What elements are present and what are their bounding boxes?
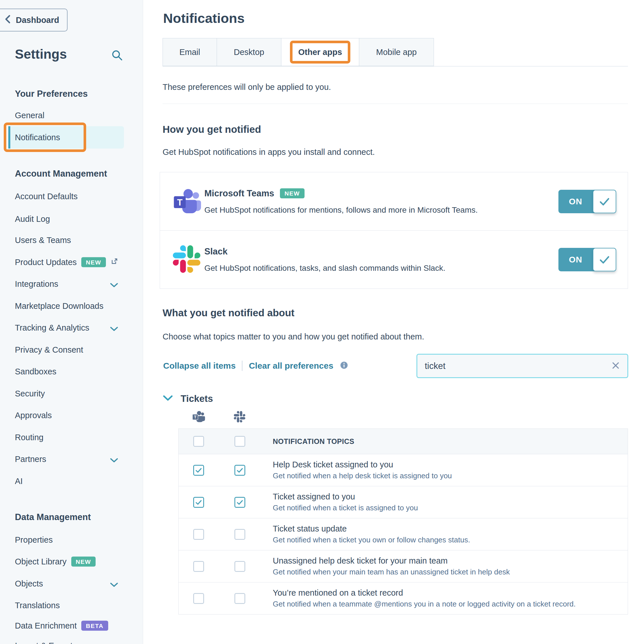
sidebar-item-notifications[interactable]: Notifications bbox=[15, 133, 129, 142]
sidebar-item-general[interactable]: General bbox=[15, 111, 129, 120]
slack-checkbox[interactable] bbox=[234, 593, 245, 604]
toggle-knob bbox=[593, 248, 616, 271]
topic-search bbox=[416, 354, 628, 378]
slack-toggle[interactable]: ON bbox=[558, 248, 616, 271]
topics-column-header: NOTIFICATION TOPICS bbox=[273, 437, 354, 446]
sidebar-item-users-teams[interactable]: Users & Teams bbox=[15, 236, 129, 245]
toggle-on-label: ON bbox=[558, 190, 593, 213]
table-row: Ticket assigned to you Get notified when… bbox=[179, 486, 628, 518]
topic-search-input[interactable] bbox=[416, 354, 628, 378]
table-row: You’re mentioned on a ticket record Get … bbox=[179, 582, 628, 614]
sidebar-item-translations[interactable]: Translations bbox=[15, 601, 129, 610]
clear-all-preferences-link[interactable]: Clear all preferences bbox=[249, 361, 333, 371]
sidebar-item-import-export[interactable]: Import & Export bbox=[15, 641, 129, 644]
info-icon[interactable] bbox=[340, 361, 348, 371]
how-section-title: How you get notified bbox=[163, 124, 261, 135]
slack-checkbox[interactable] bbox=[234, 529, 245, 540]
tab-desktop[interactable]: Desktop bbox=[217, 38, 281, 66]
slack-checkbox[interactable] bbox=[234, 497, 245, 508]
chevron-down-icon bbox=[110, 324, 118, 333]
sidebar-item-object-library[interactable]: Object Library NEW bbox=[15, 557, 129, 567]
tab-bar: Email Desktop Other apps Mobile app bbox=[163, 38, 628, 66]
app-name: Microsoft Teams bbox=[204, 188, 274, 199]
page-title: Notifications bbox=[163, 10, 245, 26]
tickets-group-header: Tickets bbox=[163, 392, 213, 406]
app-name: Slack bbox=[204, 246, 228, 257]
slack-checkbox[interactable] bbox=[234, 465, 245, 476]
sidebar-item-ai[interactable]: AI bbox=[15, 477, 129, 486]
sidebar-item-security[interactable]: Security bbox=[15, 389, 129, 398]
new-badge: NEW bbox=[280, 188, 305, 198]
sidebar-item-properties[interactable]: Properties bbox=[15, 535, 129, 545]
group-title: Tickets bbox=[181, 393, 213, 404]
table-row: Ticket status update Get notified when a… bbox=[179, 518, 628, 550]
sidebar-item-sandboxes[interactable]: Sandboxes bbox=[15, 367, 129, 376]
topic-description: Get notified when a ticket is assigned t… bbox=[273, 503, 418, 512]
slack-column-icon bbox=[234, 411, 245, 424]
chevron-down-icon bbox=[110, 580, 118, 589]
app-text-block: Slack Get HubSpot notifications, tasks, … bbox=[204, 246, 445, 273]
topic-title: Ticket status update bbox=[273, 524, 347, 534]
vertical-divider bbox=[242, 361, 242, 371]
topic-title: Ticket assigned to you bbox=[273, 492, 355, 501]
chevron-left-icon bbox=[5, 15, 11, 26]
section-header-your-preferences: Your Preferences bbox=[15, 89, 88, 99]
sidebar-item-data-enrichment[interactable]: Data Enrichment BETA bbox=[15, 621, 129, 631]
sidebar-item-approvals[interactable]: Approvals bbox=[15, 411, 129, 420]
app-description: Get HubSpot notifications for mentions, … bbox=[204, 206, 478, 215]
new-badge: NEW bbox=[71, 557, 96, 567]
topic-description: Get notified when your main team has an … bbox=[273, 568, 510, 576]
microsoft-teams-column-icon: T bbox=[192, 410, 205, 424]
what-section-title: What you get notified about bbox=[163, 307, 295, 319]
external-link-icon bbox=[110, 257, 118, 267]
teams-checkbox[interactable] bbox=[193, 529, 204, 540]
svg-text:T: T bbox=[177, 197, 183, 207]
divider bbox=[163, 104, 628, 104]
teams-checkbox[interactable] bbox=[193, 465, 204, 476]
tab-other-apps[interactable]: Other apps bbox=[281, 38, 359, 66]
section-header-account-management: Account Management bbox=[15, 169, 107, 179]
bulk-links-row: Collapse all items Clear all preferences bbox=[163, 358, 348, 373]
back-button-label: Dashboard bbox=[16, 15, 59, 25]
app-row-microsoft-teams: T Microsoft Teams NEW Get HubSpot notifi… bbox=[160, 172, 628, 230]
sidebar-item-routing[interactable]: Routing bbox=[15, 433, 129, 442]
tab-mobile-app[interactable]: Mobile app bbox=[359, 38, 434, 66]
teams-checkbox[interactable] bbox=[193, 593, 204, 604]
select-all-slack-checkbox[interactable] bbox=[234, 436, 245, 447]
clear-search-icon[interactable] bbox=[611, 361, 620, 371]
app-description: Get HubSpot notifications, tasks, and sl… bbox=[204, 264, 445, 273]
slack-logo bbox=[173, 245, 200, 274]
collapse-chevron-icon[interactable] bbox=[163, 395, 173, 402]
sidebar-item-marketplace-downloads[interactable]: Marketplace Downloads bbox=[15, 301, 129, 311]
topic-description: Get notified when a help desk ticket is … bbox=[273, 471, 452, 480]
sidebar-item-partners[interactable]: Partners bbox=[15, 455, 129, 464]
back-to-dashboard-button[interactable]: Dashboard bbox=[0, 9, 68, 31]
what-section-description: Choose what topics matter to you and how… bbox=[163, 332, 424, 341]
slack-checkbox[interactable] bbox=[234, 561, 245, 572]
teams-toggle[interactable]: ON bbox=[558, 190, 616, 213]
topic-description: Get notified when a ticket you own or fo… bbox=[273, 536, 470, 544]
new-badge: NEW bbox=[81, 257, 106, 267]
sidebar-item-audit-log[interactable]: Audit Log bbox=[15, 214, 129, 224]
select-all-teams-checkbox[interactable] bbox=[193, 436, 204, 447]
collapse-all-link[interactable]: Collapse all items bbox=[163, 361, 236, 371]
sidebar-item-privacy-consent[interactable]: Privacy & Consent bbox=[15, 345, 129, 355]
sidebar-item-integrations[interactable]: Integrations bbox=[15, 279, 129, 289]
teams-checkbox[interactable] bbox=[193, 561, 204, 572]
table-row: Help Desk ticket assigned to you Get not… bbox=[179, 454, 628, 486]
tab-email[interactable]: Email bbox=[163, 38, 217, 66]
topic-title: Help Desk ticket assigned to you bbox=[273, 460, 393, 469]
how-section-description: Get HubSpot notifications in apps you in… bbox=[163, 147, 375, 157]
teams-checkbox[interactable] bbox=[193, 497, 204, 508]
sidebar-item-tracking-analytics[interactable]: Tracking & Analytics bbox=[15, 323, 129, 333]
sidebar-item-product-updates[interactable]: Product Updates NEW bbox=[15, 257, 129, 267]
sidebar-item-objects[interactable]: Objects bbox=[15, 579, 129, 588]
sidebar-item-account-defaults[interactable]: Account Defaults bbox=[15, 192, 129, 201]
app-text-block: Microsoft Teams NEW Get HubSpot notifica… bbox=[204, 188, 478, 215]
beta-badge: BETA bbox=[81, 621, 108, 631]
search-icon[interactable] bbox=[111, 49, 123, 62]
tab-subtitle: These preferences will only be applied t… bbox=[163, 82, 331, 92]
table-header-row: NOTIFICATION TOPICS bbox=[179, 429, 628, 454]
microsoft-teams-logo: T bbox=[173, 187, 202, 216]
settings-sidebar: Dashboard Settings Your Preferences Gene… bbox=[0, 0, 143, 644]
